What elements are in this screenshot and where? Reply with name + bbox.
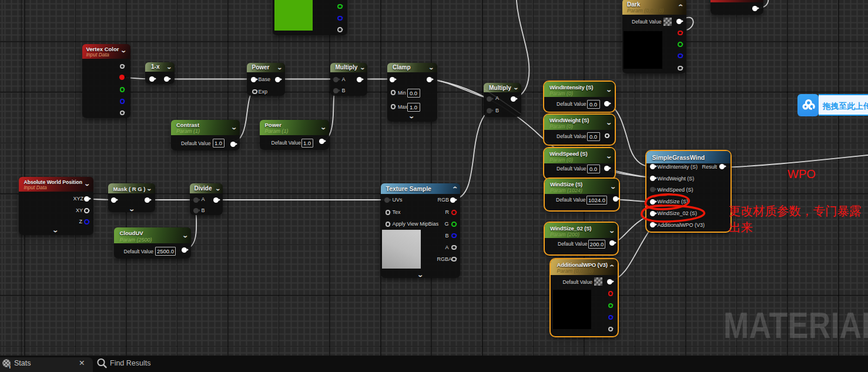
svg-text:i: i — [9, 364, 11, 370]
